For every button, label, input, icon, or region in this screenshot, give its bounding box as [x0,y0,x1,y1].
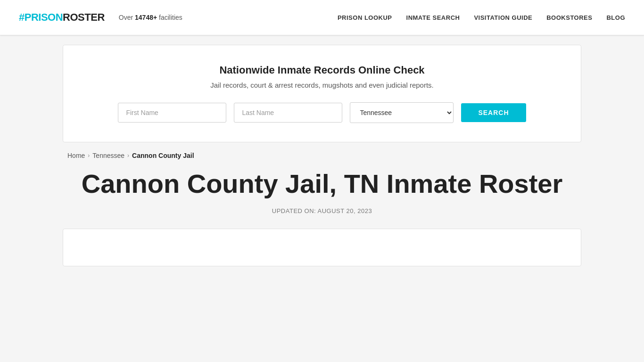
nav-blog[interactable]: BLOG [606,14,625,21]
banner-subtitle: Jail records, court & arrest records, mu… [91,81,553,89]
logo-area: #PRISONROSTER Over 14748+ facilities [19,11,182,24]
bottom-card [63,229,581,266]
banner-title: Nationwide Inmate Records Online Check [91,64,553,76]
breadcrumb-separator-2: › [127,152,129,159]
updated-label: UPDATED ON: AUGUST 20, 2023 [67,207,577,214]
main-content: Cannon County Jail, TN Inmate Roster UPD… [63,169,581,214]
last-name-input[interactable] [234,103,342,123]
breadcrumb-state[interactable]: Tennessee [92,152,124,159]
logo-hash: # [19,11,25,23]
nav-prison-lookup[interactable]: PRISON LOOKUP [338,14,392,21]
nav-inmate-search[interactable]: INMATE SEARCH [406,14,460,21]
site-header: #PRISONROSTER Over 14748+ facilities PRI… [0,0,644,35]
breadcrumb-current: Cannon County Jail [132,152,194,159]
facilities-count: 14748+ [135,14,157,21]
logo-prison: PRISON [25,11,63,23]
page-title: Cannon County Jail, TN Inmate Roster [67,169,577,199]
main-nav: PRISON LOOKUP INMATE SEARCH VISITATION G… [338,14,625,21]
site-logo[interactable]: #PRISONROSTER [19,11,105,24]
logo-roster: ROSTER [63,11,105,23]
breadcrumb: Home › Tennessee › Cannon County Jail [63,152,581,159]
search-button[interactable]: SEARCH [461,103,526,122]
first-name-input[interactable] [118,103,226,123]
nav-visitation-guide[interactable]: VISITATION GUIDE [474,14,532,21]
facilities-text: Over 14748+ facilities [119,14,182,21]
breadcrumb-home[interactable]: Home [67,152,85,159]
search-form: Tennessee Alabama Alaska Arizona Califor… [91,102,553,123]
breadcrumb-separator-1: › [88,152,90,159]
state-select[interactable]: Tennessee Alabama Alaska Arizona Califor… [350,102,454,123]
nav-bookstores[interactable]: BOOKSTORES [546,14,592,21]
search-banner: Nationwide Inmate Records Online Check J… [63,45,581,142]
